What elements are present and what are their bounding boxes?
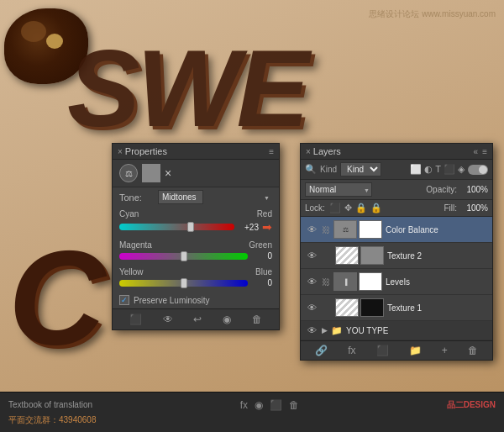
view-icon[interactable]: ◉: [223, 313, 231, 325]
layer-thumb-t1-mask: [360, 298, 384, 317]
properties-title-group: × Properties: [118, 146, 167, 156]
magenta-green-slider-row: 0: [119, 251, 272, 261]
shape-filter-icon[interactable]: ⬛: [444, 164, 455, 175]
adjust-filter-icon[interactable]: ◐: [424, 164, 433, 175]
new-layer-icon[interactable]: +: [442, 345, 448, 356]
reset-icon[interactable]: ↩: [193, 313, 202, 325]
properties-icon-row: ⚖ ×: [113, 160, 279, 187]
layer-name-you-type: YOU TYPE: [346, 326, 488, 335]
layer-chain-icon-levels: ⛓: [322, 277, 330, 287]
magenta-green-thumb[interactable]: [181, 251, 187, 261]
fill-label: Fill:: [444, 203, 457, 213]
sweet-text: SWE: [67, 25, 504, 151]
bottom-fx-icon[interactable]: fx: [240, 399, 248, 411]
layers-panel: × Layers « ≡ 🔍 Kind Kind ⬜ ◐ T ⬛ ◈ Norma…: [300, 143, 493, 361]
layer-eye-texture1[interactable]: 👁: [305, 301, 318, 314]
properties-title-label: Properties: [125, 146, 167, 156]
bottom-textbook-label: Textbook of translation: [8, 400, 92, 409]
layer-thumb-wrap-t2: [335, 246, 384, 265]
bottom-trash-icon[interactable]: 🗑: [289, 399, 299, 411]
properties-menu-icon[interactable]: ≡: [269, 147, 274, 156]
bottom-circle-icon[interactable]: ◉: [255, 399, 263, 411]
cyan-red-header: Cyan Red: [119, 209, 272, 219]
cyan-red-section: Cyan Red +23 ➡: [113, 207, 279, 238]
layers-menu-icon[interactable]: ≡: [482, 147, 487, 156]
layers-close-button[interactable]: ×: [306, 147, 311, 156]
properties-close-button[interactable]: ×: [118, 147, 123, 156]
filter-icons-group: ⬜ ◐ T ⬛ ◈: [410, 164, 465, 175]
cyan-red-thumb[interactable]: [187, 222, 194, 232]
add-layer-icon[interactable]: ⬛: [129, 313, 142, 325]
type-filter-icon[interactable]: T: [435, 164, 441, 175]
lock-icons-group: ⬛ ✥ 🔒 🔒: [329, 203, 382, 213]
balance-icon[interactable]: ⚖: [119, 164, 138, 182]
layer-row-color-balance[interactable]: 👁 ⛓ ⚖ Color Balance: [301, 217, 492, 243]
tone-dropdown[interactable]: Midtones Shadows Highlights: [158, 190, 203, 204]
layer-row-levels[interactable]: 👁 ⛓ ▐ Levels: [301, 269, 492, 295]
delete-icon[interactable]: 🗑: [252, 313, 262, 325]
tone-label: Tone:: [119, 192, 155, 203]
smart-filter-icon[interactable]: ◈: [458, 164, 465, 175]
lock-pixel-icon[interactable]: ⬛: [329, 203, 341, 213]
bottom-text-row: Textbook of translation fx ◉ ⬛ 🗑 品二DESIG…: [0, 398, 504, 413]
filter-toggle[interactable]: [468, 165, 488, 175]
layer-eye-color-balance[interactable]: 👁: [305, 223, 318, 236]
search-icon: 🔍: [305, 164, 317, 175]
blend-mode-row: Normal Opacity: 100%: [301, 180, 492, 200]
layer-thumb-wrap-cb: ⚖: [333, 220, 382, 239]
watermark: 思绪设计论坛 www.missyuan.com: [369, 8, 496, 20]
layer-thumb-cb-mask: [359, 220, 382, 239]
layers-filter-row: 🔍 Kind Kind ⬜ ◐ T ⬛ ◈: [301, 160, 492, 180]
layer-row-texture2[interactable]: 👁 Texture 2: [301, 243, 492, 269]
lock-position-icon[interactable]: ✥: [344, 203, 352, 213]
lock-all-icon[interactable]: 🔒: [370, 203, 382, 213]
cyan-red-track[interactable]: [119, 224, 234, 230]
filter-label: Kind: [320, 165, 337, 174]
new-group-icon[interactable]: 📁: [409, 345, 422, 356]
magenta-green-header: Magenta Green: [119, 240, 272, 250]
layer-thumb-wrap-levels: ▐: [333, 272, 382, 291]
preserve-label: Preserve Luminosity: [134, 296, 210, 305]
delete-layer-icon[interactable]: 🗑: [468, 345, 478, 356]
yellow-blue-track[interactable]: [119, 280, 248, 287]
pixel-filter-icon[interactable]: ⬜: [410, 164, 422, 175]
yellow-blue-slider-row: 0: [119, 278, 272, 287]
fill-value: 100%: [461, 203, 488, 213]
layers-titlebar: × Layers « ≡: [301, 144, 492, 160]
layer-eye-you-type[interactable]: 👁: [305, 324, 318, 337]
layer-name-texture1: Texture 1: [387, 303, 488, 313]
layer-name-levels: Levels: [386, 277, 488, 287]
magenta-green-value: 0: [251, 251, 272, 261]
layer-group-you-type[interactable]: 👁 ▶ 📁 YOU TYPE: [301, 321, 492, 340]
folder-arrow-icon[interactable]: ▶: [322, 326, 328, 335]
visibility-icon[interactable]: 👁: [163, 313, 173, 325]
yellow-blue-thumb[interactable]: [181, 278, 187, 288]
layer-name-texture2: Texture 2: [387, 251, 488, 261]
layer-eye-texture2[interactable]: 👁: [305, 249, 318, 262]
cyan-label: Cyan: [119, 209, 139, 219]
blend-mode-dropdown[interactable]: Normal: [305, 182, 372, 197]
bottom-mask-icon[interactable]: ⬛: [270, 399, 282, 411]
bottom-group-label: 平面交流群：43940608: [8, 414, 97, 426]
properties-panel: × Properties ≡ ⚖ × Tone: Midtones Shadow…: [112, 143, 280, 330]
layer-eye-levels[interactable]: 👁: [305, 275, 318, 288]
properties-titlebar: × Properties ≡: [113, 144, 279, 160]
magenta-green-track[interactable]: [119, 253, 248, 260]
layer-row-texture1[interactable]: 👁 Texture 1: [301, 295, 492, 321]
layers-footer: 🔗 fx ⬛ 📁 + 🗑: [301, 340, 492, 360]
mask-icon[interactable]: [142, 164, 160, 182]
add-mask-icon[interactable]: ⬛: [376, 345, 389, 356]
lock-artboard-icon[interactable]: 🔒: [355, 203, 367, 213]
layers-collapse-icon[interactable]: «: [474, 147, 479, 156]
layer-thumb-t2-mask: [360, 246, 384, 265]
cyan-red-slider-row: +23 ➡: [119, 220, 272, 234]
preserve-checkbox[interactable]: [119, 295, 129, 305]
link-layers-icon[interactable]: 🔗: [315, 345, 328, 356]
filter-dropdown[interactable]: Kind: [340, 162, 381, 176]
fx-icon[interactable]: fx: [348, 345, 355, 356]
panel-c-label: ×: [165, 166, 171, 180]
layers-title-group: × Layers: [306, 146, 341, 156]
folder-icon: 📁: [331, 325, 343, 336]
tone-row: Tone: Midtones Shadows Highlights: [113, 187, 279, 207]
layer-thumb-t2-main: [335, 246, 359, 265]
